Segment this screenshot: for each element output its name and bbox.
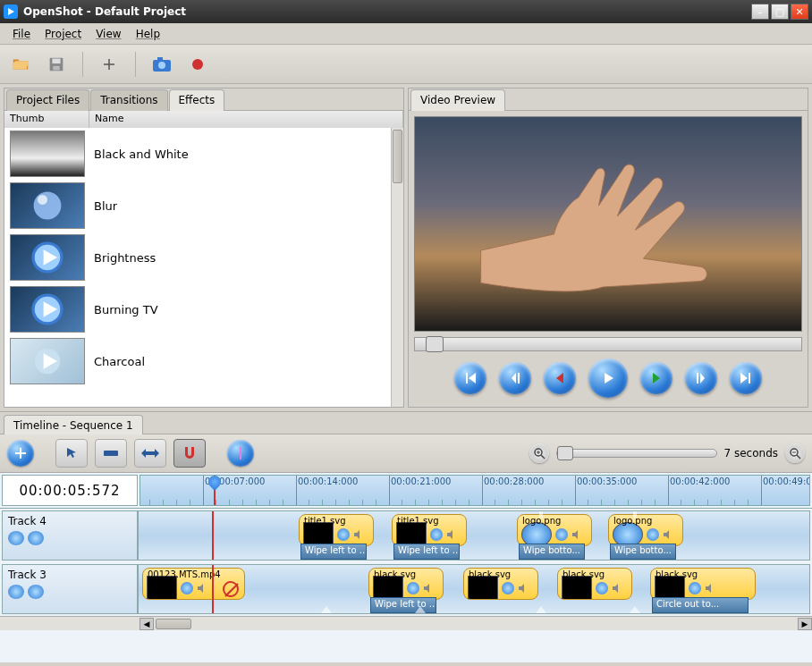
preview-tabs: Video Preview: [409, 89, 808, 110]
effect-item[interactable]: Brightness: [4, 232, 391, 283]
preview-scrub-bar[interactable]: [414, 337, 802, 351]
ruler-tick: [575, 476, 576, 505]
zoom-controls: 7 seconds: [529, 443, 806, 463]
window-minimize-button[interactable]: –: [751, 4, 769, 20]
clip[interactable]: logo.png: [517, 514, 592, 546]
transition-label[interactable]: Wipe left to ...: [393, 544, 460, 560]
effect-item[interactable]: Blur: [4, 180, 391, 232]
menu-project[interactable]: Project: [38, 25, 89, 43]
scroll-right-button[interactable]: ▶: [798, 618, 812, 630]
track-audio-toggle[interactable]: [28, 585, 44, 599]
resize-tool[interactable]: [134, 439, 166, 468]
timeline-ruler[interactable]: 00:00:07:00000:00:14:00000:00:21:00000:0…: [140, 475, 810, 506]
record-button[interactable]: [184, 51, 211, 78]
clip[interactable]: black.svg: [463, 568, 538, 600]
preview-video[interactable]: [414, 116, 802, 332]
ruler-tick: [668, 476, 669, 505]
arrow-tool[interactable]: [55, 439, 88, 468]
scrollbar-thumb[interactable]: [393, 130, 402, 183]
menu-view[interactable]: View: [89, 25, 128, 43]
scroll-left-button[interactable]: ◀: [140, 618, 154, 630]
next-frame-button[interactable]: [685, 362, 717, 394]
track-header[interactable]: Track 3: [2, 564, 138, 614]
svg-line-24: [541, 455, 545, 459]
timeline-add-button[interactable]: [7, 440, 34, 467]
sound-icon: [663, 529, 673, 540]
zoom-out-button[interactable]: [785, 443, 805, 463]
clip-label: black.svg: [374, 569, 416, 579]
snap-tool[interactable]: [173, 439, 206, 468]
ruler-tick: [389, 476, 390, 505]
tab-timeline[interactable]: Timeline - Sequence 1: [4, 415, 143, 434]
open-button[interactable]: [7, 51, 34, 78]
svg-point-5: [158, 62, 165, 69]
zoom-slider[interactable]: [556, 449, 717, 458]
scrollbar-thumb[interactable]: [156, 619, 191, 629]
play-button[interactable]: [588, 358, 628, 398]
skip-end-button[interactable]: [730, 362, 762, 394]
time-display: 00:00:05:572: [2, 475, 138, 506]
clip[interactable]: black.svg: [368, 568, 444, 600]
svg-rect-2: [52, 58, 60, 63]
effects-scrollbar[interactable]: [391, 128, 403, 407]
effect-item[interactable]: Charcoal: [4, 335, 391, 387]
razor-tool[interactable]: [95, 439, 127, 468]
clip[interactable]: title1.svg: [299, 514, 374, 546]
skip-start-button[interactable]: [454, 362, 486, 394]
window-close-button[interactable]: ✕: [791, 4, 808, 20]
transition-label[interactable]: Wipe botto...: [610, 544, 676, 560]
clip[interactable]: black.svg: [650, 568, 756, 600]
track-visible-toggle[interactable]: [8, 531, 24, 545]
effect-item[interactable]: Burning TV: [4, 283, 391, 335]
ruler-tick-label: 00:00:14:000: [298, 476, 358, 486]
clip-thumbnail: [303, 522, 334, 546]
effect-name: Brightness: [94, 251, 156, 265]
transition-label[interactable]: Wipe botto...: [519, 544, 585, 560]
zoom-slider-knob[interactable]: [557, 446, 573, 460]
arrow-up-icon: [626, 510, 644, 520]
track-audio-toggle[interactable]: [28, 531, 44, 545]
track-row: Track 4 title1.svgWipe left to ...title1…: [2, 510, 810, 561]
tab-video-preview[interactable]: Video Preview: [410, 89, 505, 111]
tab-effects[interactable]: Effects: [169, 89, 225, 111]
ruler-tick-label: 00:00:35:000: [577, 476, 637, 486]
clip-thumbnail: [373, 576, 403, 600]
scrub-knob[interactable]: [426, 336, 444, 352]
menu-help[interactable]: Help: [129, 25, 167, 43]
zoom-in-button[interactable]: [529, 443, 549, 463]
clip[interactable]: black.svg: [557, 568, 632, 600]
marker-add-button[interactable]: [227, 440, 254, 467]
rewind-button[interactable]: [544, 362, 576, 394]
save-button[interactable]: [43, 51, 70, 78]
transition-label[interactable]: Circle out to...: [652, 597, 749, 613]
sound-icon: [705, 583, 715, 594]
effect-item[interactable]: Black and White: [4, 128, 391, 180]
snapshot-button[interactable]: [148, 51, 175, 78]
clip[interactable]: title1.svg: [392, 514, 467, 546]
tab-project-files[interactable]: Project Files: [6, 89, 89, 111]
transition-label[interactable]: Wipe left to ...: [300, 544, 367, 560]
menu-file[interactable]: File: [5, 25, 38, 43]
column-thumb[interactable]: Thumb: [4, 111, 89, 128]
track-visible-toggle[interactable]: [8, 585, 24, 599]
ruler-tick: [761, 476, 762, 505]
add-button[interactable]: [96, 51, 123, 78]
svg-point-8: [34, 192, 62, 220]
prev-frame-button[interactable]: [499, 362, 531, 394]
clip[interactable]: logo.png: [608, 514, 683, 546]
playhead[interactable]: [214, 476, 216, 506]
window-maximize-button[interactable]: ▢: [771, 4, 789, 20]
svg-rect-6: [157, 57, 163, 61]
tab-transitions[interactable]: Transitions: [90, 89, 167, 111]
menu-bar: File Project View Help: [0, 23, 812, 45]
left-panel: Project Files Transitions Effects Thumb …: [4, 88, 404, 408]
track-lane[interactable]: title1.svgWipe left to ...title1.svgWipe…: [138, 510, 810, 561]
clip[interactable]: 00123.MTS.mp4: [142, 568, 245, 600]
column-name[interactable]: Name: [89, 111, 403, 128]
effect-name: Charcoal: [94, 355, 145, 368]
timeline-horizontal-scrollbar[interactable]: ◀ ▶: [0, 616, 812, 630]
track-header[interactable]: Track 4: [2, 510, 138, 561]
preview-body: [409, 110, 808, 407]
fastforward-button[interactable]: [640, 362, 672, 394]
track-lane[interactable]: 00123.MTS.mp4black.svgWipe left to ...bl…: [138, 564, 810, 614]
